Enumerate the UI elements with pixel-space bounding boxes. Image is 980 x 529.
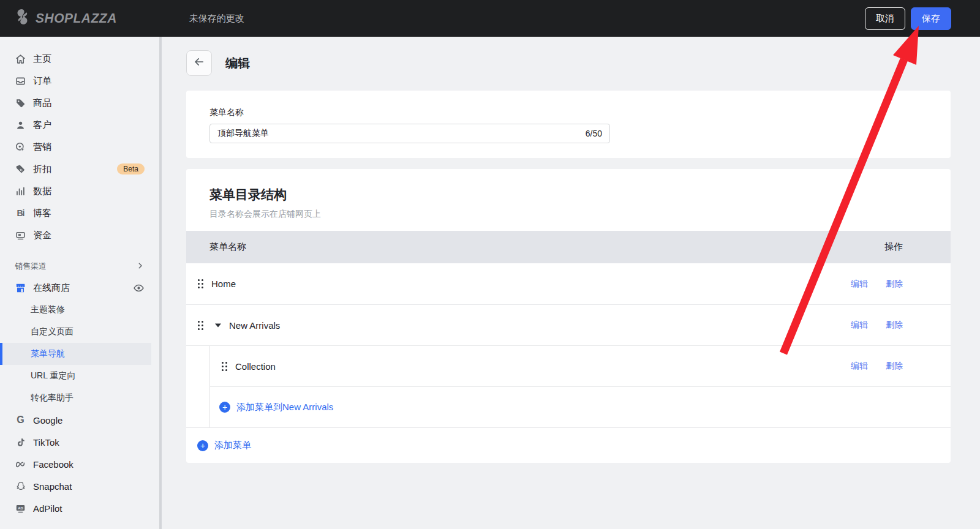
sidebar-item-home[interactable]: 主页 [0, 48, 159, 70]
sidebar-item-label: 折扣 [33, 163, 51, 175]
add-menu-label: 添加菜单 [214, 440, 251, 451]
sidebar-item-discount[interactable]: 折扣 Beta [0, 158, 159, 180]
delete-link[interactable]: 删除 [886, 279, 903, 290]
menu-structure-card: 菜单目录结构 目录名称会展示在店铺网页上 菜单名称 操作 Home 编辑 [186, 169, 951, 463]
drag-handle-icon[interactable] [197, 279, 204, 289]
google-icon: G [15, 415, 26, 426]
tiktok-icon [15, 437, 26, 448]
menu-item-name: Collection [235, 361, 276, 372]
edit-link[interactable]: 编辑 [851, 361, 868, 372]
sidebar-section-sales-channels[interactable]: 销售渠道 [0, 256, 159, 277]
shoplazza-pinwheel-icon [15, 8, 31, 29]
add-submenu-button[interactable]: + 添加菜单到New Arrivals [210, 386, 951, 427]
blog-icon: Bi [15, 208, 26, 219]
table-header: 菜单名称 操作 [186, 231, 951, 263]
add-menu-button[interactable]: + 添加菜单 [186, 427, 951, 463]
cancel-button[interactable]: 取消 [865, 7, 905, 30]
sidebar-item-products[interactable]: 商品 [0, 92, 159, 114]
menu-name-card: 菜单名称 6/50 [186, 91, 951, 158]
save-button[interactable]: 保存 [911, 7, 951, 30]
row-actions: 编辑 删除 [851, 320, 903, 331]
sidebar-item-tiktok[interactable]: TikTok [0, 431, 159, 453]
delete-link[interactable]: 删除 [886, 361, 903, 372]
plus-circle-icon: + [219, 402, 230, 413]
discount-tag-icon [15, 163, 26, 175]
app-label: Google [33, 415, 62, 426]
edit-link[interactable]: 编辑 [851, 279, 868, 290]
sidebar-item-marketing[interactable]: 营销 [0, 136, 159, 158]
meta-icon [15, 459, 26, 470]
add-submenu-label: 添加菜单到New Arrivals [236, 402, 333, 413]
delete-link[interactable]: 删除 [886, 320, 903, 331]
menu-item-name: Home [211, 279, 236, 289]
topbar: SHOPLAZZA 未保存的更改 取消 保存 [0, 0, 980, 37]
sidebar-item-label: 营销 [33, 141, 51, 153]
structure-card-head: 菜单目录结构 目录名称会展示在店铺网页上 [186, 169, 951, 231]
menu-row-new-arrivals: New Arrivals 编辑 删除 [186, 304, 951, 345]
page-header: 编辑 [186, 50, 951, 76]
sidebar-item-label: 客户 [33, 119, 51, 131]
back-button[interactable] [186, 50, 212, 76]
sidebar-item-custom-pages[interactable]: 自定义页面 [0, 321, 151, 343]
sidebar-item-label: 博客 [33, 208, 51, 219]
sidebar-item-menu-navigation-active[interactable]: 菜单导航 [0, 343, 151, 365]
drag-handle-icon[interactable] [221, 361, 228, 372]
svg-text:AD: AD [18, 506, 23, 509]
sidebar-item-facebook[interactable]: Facebook [0, 453, 159, 475]
brand-name: SHOPLAZZA [36, 10, 117, 26]
sidebar-item-blog[interactable]: Bi 博客 [0, 202, 159, 224]
subitem-label: 菜单导航 [31, 348, 65, 359]
column-header-actions: 操作 [884, 241, 903, 253]
app-label: Snapchat [33, 481, 72, 492]
drag-handle-icon[interactable] [197, 320, 204, 331]
menu-row-home: Home 编辑 删除 [186, 263, 951, 304]
menu-item-name: New Arrivals [229, 320, 280, 331]
app-label: TikTok [33, 437, 59, 448]
sidebar-item-conversion-assistant[interactable]: 转化率助手 [0, 387, 151, 409]
menu-name-label: 菜单名称 [209, 107, 927, 118]
menu-row-collection: Collection 编辑 删除 [210, 346, 951, 386]
subitem-label: 转化率助手 [31, 392, 74, 403]
sidebar-item-theme[interactable]: 主题装修 [0, 299, 151, 321]
sidebar-item-label: 资金 [33, 230, 51, 241]
nested-menu-group: Collection 编辑 删除 + 添加菜单到New Arrivals [209, 345, 951, 427]
app-label: AdPilot [33, 503, 62, 514]
sidebar-item-snapchat[interactable]: Snapchat [0, 475, 159, 497]
subitem-label: 自定义页面 [31, 326, 74, 337]
sidebar-item-label: 订单 [33, 75, 51, 87]
funds-icon [15, 230, 26, 241]
products-tag-icon [15, 97, 26, 109]
structure-card-title: 菜单目录结构 [209, 186, 927, 203]
sidebar-item-customers[interactable]: 客户 [0, 114, 159, 136]
app-label: Facebook [33, 459, 74, 470]
edit-link[interactable]: 编辑 [851, 320, 868, 331]
sidebar-item-adpilot[interactable]: AD AdPilot [0, 497, 159, 519]
sidebar-item-analytics[interactable]: 数据 [0, 180, 159, 202]
online-store-icon [15, 282, 26, 294]
char-counter: 6/50 [586, 129, 602, 138]
main-content: 编辑 菜单名称 6/50 菜单目录结构 目录名称会展示在店铺网页上 菜单名称 操… [162, 37, 980, 529]
structure-card-subtitle: 目录名称会展示在店铺网页上 [209, 209, 927, 220]
beta-badge: Beta [117, 163, 145, 174]
marketing-icon [15, 141, 26, 153]
sidebar-item-orders[interactable]: 订单 [0, 70, 159, 92]
collapse-caret-icon[interactable] [215, 323, 221, 328]
plus-circle-icon: + [197, 440, 208, 451]
menu-name-input[interactable] [217, 129, 579, 138]
sidebar-item-label: 商品 [33, 97, 51, 109]
column-header-name: 菜单名称 [209, 241, 246, 253]
preview-eye-icon[interactable] [133, 282, 145, 294]
topbar-actions: 取消 保存 [865, 7, 951, 30]
customers-icon [15, 119, 26, 131]
subitem-label: URL 重定向 [31, 370, 75, 381]
chevron-right-icon [136, 261, 145, 272]
back-arrow-icon [193, 56, 205, 70]
sidebar-item-online-store[interactable]: 在线商店 [0, 277, 159, 299]
home-icon [15, 53, 26, 65]
sidebar-item-url-redirect[interactable]: URL 重定向 [0, 365, 151, 387]
row-actions: 编辑 删除 [851, 279, 903, 290]
analytics-bars-icon [15, 186, 26, 197]
sidebar-item-funds[interactable]: 资金 [0, 224, 159, 246]
shoplazza-logo[interactable]: SHOPLAZZA [15, 8, 117, 29]
sidebar-item-google[interactable]: G Google [0, 409, 159, 431]
